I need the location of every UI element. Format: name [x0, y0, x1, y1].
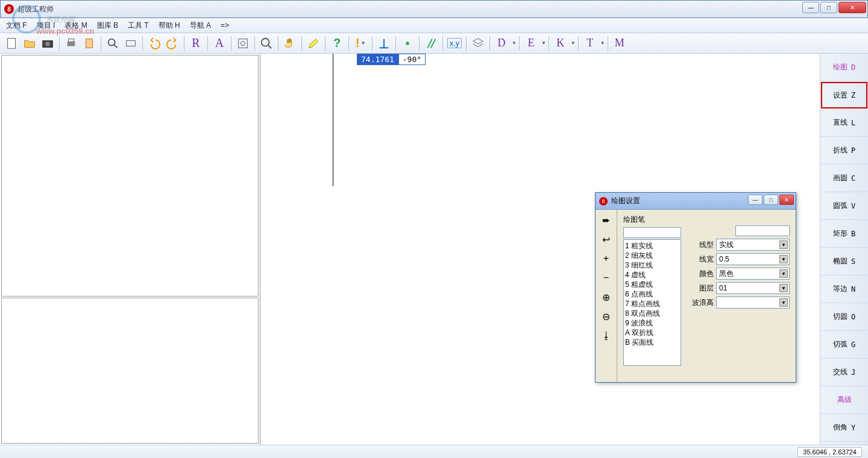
dialog-add-button[interactable]: + — [600, 252, 613, 265]
pan-button[interactable] — [281, 35, 299, 52]
sidebar-item-7[interactable]: 椭圆S — [820, 248, 868, 275]
menu-tools[interactable]: 工具 T — [128, 20, 149, 31]
clipboard-button[interactable] — [80, 35, 98, 52]
list-item[interactable]: 3 细红线 — [625, 260, 679, 270]
help-tool-button[interactable]: ? — [328, 35, 346, 52]
dialog-minimize-button[interactable]: — — [748, 195, 763, 205]
print-button[interactable] — [62, 35, 80, 52]
toolbar-separator — [207, 36, 208, 51]
open-button[interactable] — [20, 35, 39, 52]
list-item[interactable]: 2 细灰线 — [625, 251, 679, 260]
dialog-maximize-button[interactable]: □ — [764, 195, 778, 205]
dialog-titlebar[interactable]: 8 绘图设置 — □ ✕ — [596, 193, 796, 210]
coord-x-box[interactable]: 74.1761 — [357, 54, 398, 65]
color-select[interactable]: 黑色▼ — [716, 268, 790, 280]
list-item[interactable]: 9 波浪线 — [625, 318, 679, 328]
sidebar-item-2[interactable]: 直线L — [820, 109, 868, 137]
new-button[interactable] — [2, 35, 20, 52]
sidebar-item-4[interactable]: 画圆C — [820, 165, 868, 192]
dialog-close-button[interactable]: ✕ — [779, 195, 794, 205]
tool-t-button[interactable]: T — [581, 35, 599, 52]
zoom-button[interactable] — [257, 35, 275, 52]
waveheight-label: 波浪高 — [687, 298, 714, 308]
sidebar-item-label: 矩形 — [833, 228, 848, 239]
dialog-zoomout-button[interactable]: ⊖ — [600, 310, 613, 323]
undo-button[interactable] — [145, 35, 163, 52]
dialog-apply-button[interactable]: ➨ — [600, 213, 613, 227]
dialog-export-button[interactable]: ⭳ — [600, 329, 613, 342]
layers-button[interactable] — [469, 35, 487, 52]
tool-m-button[interactable]: M — [611, 35, 629, 52]
pencil-button[interactable] — [304, 35, 322, 52]
layer-select[interactable]: 01▼ — [716, 282, 790, 294]
toolbar-separator — [142, 36, 143, 51]
sidebar-item-key: L — [851, 119, 855, 127]
linewidth-select[interactable]: 0.5▼ — [716, 253, 790, 265]
sidebar-item-11[interactable]: 交线J — [820, 359, 868, 386]
pen-list[interactable]: 1 粗实线 2 细灰线 3 细红线 4 虚线 5 粗虚线 6 点画线 7 粗点画… — [623, 239, 681, 366]
tool-k-button[interactable]: K — [552, 35, 570, 52]
tool-r-button[interactable]: R — [187, 35, 205, 52]
toolbar-separator — [231, 36, 231, 51]
list-item[interactable]: 7 粗点画线 — [625, 299, 679, 309]
menu-help[interactable]: 帮助 H — [159, 20, 180, 31]
save-button[interactable] — [39, 35, 57, 52]
svg-rect-5 — [86, 39, 93, 48]
rect-button[interactable] — [122, 35, 140, 52]
redo-button[interactable] — [163, 35, 181, 52]
folder-open-icon — [23, 37, 36, 50]
sidebar-item-1[interactable]: 设置Z — [821, 82, 867, 108]
sidebar-item-label: 椭圆 — [833, 256, 848, 266]
toolbar-separator — [489, 36, 490, 51]
minimize-button[interactable]: — — [802, 2, 819, 13]
pen-name-input[interactable] — [623, 227, 681, 238]
list-item[interactable]: B 买面线 — [625, 337, 679, 347]
tool-e-button[interactable]: E — [522, 35, 540, 52]
list-item[interactable]: A 双折线 — [625, 328, 679, 337]
list-item[interactable]: 4 虚线 — [625, 270, 679, 280]
menu-file[interactable]: 文档 F — [6, 20, 27, 31]
chevron-down-icon: ▼ — [779, 240, 788, 249]
list-item[interactable]: 1 粗实线 — [625, 241, 679, 251]
close-button[interactable]: ✕ — [838, 2, 866, 13]
redo-icon — [166, 37, 179, 50]
menu-arrow[interactable]: => — [221, 21, 229, 30]
list-item[interactable]: 5 粗虚线 — [625, 280, 679, 289]
list-item[interactable]: 6 点画线 — [625, 289, 679, 299]
sidebar-item-9[interactable]: 切圆O — [820, 303, 868, 331]
dialog-back-button[interactable]: ↩ — [600, 233, 613, 246]
sidebar-item-5[interactable]: 圆弧V — [820, 192, 868, 220]
dialog-remove-button[interactable]: − — [600, 271, 613, 284]
list-item[interactable]: 8 双点画线 — [625, 309, 679, 318]
menu-library[interactable]: 图库 B — [97, 20, 118, 31]
parallel-button[interactable] — [422, 35, 440, 52]
menu-navigate[interactable]: 导航 A — [190, 20, 211, 31]
tool-d-button[interactable]: D — [492, 35, 511, 52]
pen-id-input[interactable] — [735, 225, 790, 236]
dialog-app-icon: 8 — [599, 197, 608, 205]
zoom-extent-button[interactable] — [234, 35, 252, 52]
linetype-select[interactable]: 实线▼ — [716, 239, 790, 251]
sidebar-item-12[interactable]: 高级 — [820, 386, 868, 414]
waveheight-select[interactable]: ▼ — [716, 296, 790, 309]
dialog-zoomin-button[interactable]: ⊕ — [600, 290, 613, 304]
sidebar-item-0[interactable]: 绘图D — [820, 54, 868, 81]
warning-button[interactable]: !▼ — [351, 35, 370, 52]
tool-a-button[interactable]: A — [210, 35, 228, 52]
menu-project[interactable]: 项目 I — [37, 20, 55, 31]
sidebar-item-13[interactable]: 倒角Y — [820, 414, 868, 442]
canvas-area[interactable]: 74.1761 -90° 8 绘图设置 — □ ✕ ➨ ↩ — [260, 54, 820, 445]
sidebar-item-6[interactable]: 矩形B — [820, 220, 868, 248]
xy-button[interactable]: x,y — [445, 35, 464, 52]
sidebar-item-8[interactable]: 等边N — [820, 275, 868, 303]
menu-table[interactable]: 表格 M — [64, 20, 87, 31]
coord-angle-box[interactable]: -90° — [398, 54, 426, 65]
letter-r-icon: R — [192, 36, 200, 50]
point-button[interactable] — [398, 35, 417, 52]
sidebar-item-10[interactable]: 切弧G — [820, 331, 868, 359]
maximize-button[interactable]: □ — [820, 2, 837, 13]
search-button[interactable] — [104, 35, 122, 52]
chevron-down-icon: ▼ — [512, 40, 517, 46]
sidebar-item-3[interactable]: 折线P — [820, 137, 868, 165]
perpendicular-button[interactable] — [375, 35, 393, 52]
